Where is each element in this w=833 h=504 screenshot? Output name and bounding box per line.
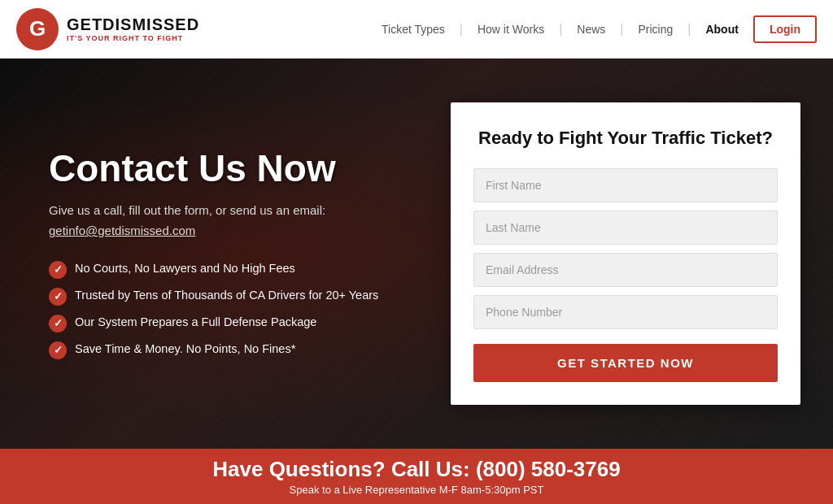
email-input[interactable] <box>473 253 778 287</box>
nav-about[interactable]: About <box>696 18 748 41</box>
nav-divider-2: | <box>559 22 562 37</box>
logo-name: GETDISMISSED <box>67 15 199 34</box>
nav-ticket-types[interactable]: Ticket Types <box>372 18 455 41</box>
bullet-list: No Courts, No Lawyers and No High Fees T… <box>49 260 418 359</box>
logo[interactable]: G GETDISMISSED IT'S YOUR RIGHT TO FIGHT <box>16 8 199 50</box>
main-nav: Ticket Types | How it Works | News | Pri… <box>372 15 817 43</box>
svg-text:G: G <box>29 16 46 41</box>
hero-title: Contact Us Now <box>49 148 418 189</box>
check-icon-2 <box>49 288 67 306</box>
bullet-item-2: Trusted by Tens of Thousands of CA Drive… <box>49 287 418 306</box>
footer-banner: Have Questions? Call Us: (800) 580-3769 … <box>0 449 833 504</box>
contact-form-card: Ready to Fight Your Traffic Ticket? GET … <box>451 102 800 405</box>
hero-section: Contact Us Now Give us a call, fill out … <box>0 59 833 449</box>
check-icon-3 <box>49 315 67 332</box>
bullet-text-3: Our System Prepares a Full Defense Packa… <box>75 314 316 330</box>
nav-pricing[interactable]: Pricing <box>629 18 683 41</box>
bullet-text-2: Trusted by Tens of Thousands of CA Drive… <box>75 287 378 303</box>
footer-hours: Speak to a Live Representative M-F 8am-5… <box>290 484 544 496</box>
logo-tagline: IT'S YOUR RIGHT TO FIGHT <box>67 34 199 42</box>
bullet-item-4: Save Time & Money. No Points, No Fines* <box>49 341 418 359</box>
login-button[interactable]: Login <box>753 15 817 43</box>
get-started-button[interactable]: GET STARTED NOW <box>473 344 778 382</box>
form-title: Ready to Fight Your Traffic Ticket? <box>473 127 778 150</box>
hero-left-content: Contact Us Now Give us a call, fill out … <box>0 115 451 393</box>
phone-input[interactable] <box>473 295 778 329</box>
check-icon-1 <box>49 261 67 279</box>
nav-divider-4: | <box>687 22 691 37</box>
check-icon-4 <box>49 341 67 359</box>
nav-how-it-works[interactable]: How it Works <box>468 18 554 41</box>
bullet-text-1: No Courts, No Lawyers and No High Fees <box>75 260 295 276</box>
footer-phone[interactable]: Have Questions? Call Us: (800) 580-3769 <box>212 457 620 482</box>
hero-right-content: Ready to Fight Your Traffic Ticket? GET … <box>451 102 800 405</box>
nav-divider-3: | <box>620 22 623 37</box>
nav-news[interactable]: News <box>567 18 615 41</box>
hero-email[interactable]: getinfo@getdismissed.com <box>49 224 418 237</box>
bullet-item-1: No Courts, No Lawyers and No High Fees <box>49 260 418 279</box>
logo-icon: G <box>16 8 59 50</box>
first-name-input[interactable] <box>473 168 778 202</box>
bullet-item-3: Our System Prepares a Full Defense Packa… <box>49 314 418 332</box>
site-header: G GETDISMISSED IT'S YOUR RIGHT TO FIGHT … <box>0 0 833 59</box>
last-name-input[interactable] <box>473 211 778 245</box>
nav-divider-1: | <box>460 22 463 37</box>
bullet-text-4: Save Time & Money. No Points, No Fines* <box>75 341 295 357</box>
hero-subtitle: Give us a call, fill out the form, or se… <box>49 203 418 217</box>
